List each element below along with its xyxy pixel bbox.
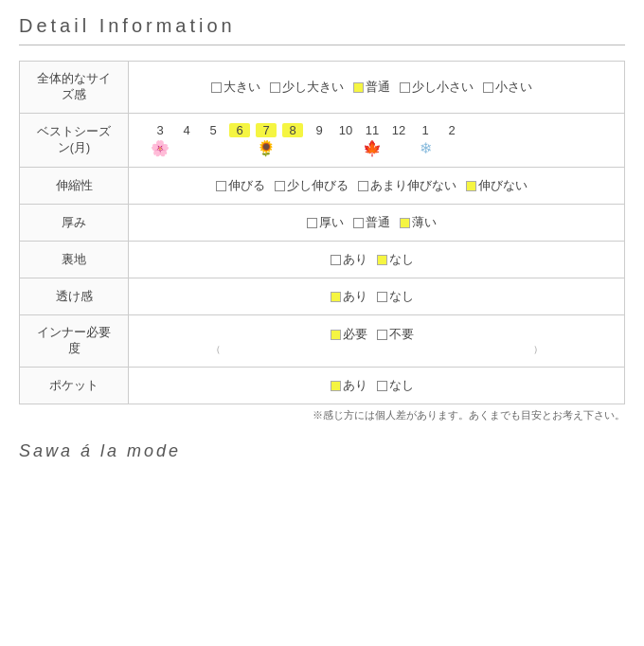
row-value: ありなし: [129, 368, 625, 404]
row-label: 裏地: [20, 242, 129, 278]
checkbox-label: 伸びない: [478, 177, 528, 194]
month-number: 11: [362, 123, 383, 137]
checkbox-indicator: [377, 381, 387, 391]
month-number: 8: [282, 123, 303, 137]
checkbox-indicator: [211, 82, 222, 93]
checkbox-label: 少し伸びる: [287, 177, 349, 194]
checkbox-indicator: [331, 255, 341, 265]
brand-footer: Sawa á la mode: [19, 441, 625, 461]
table-row: 全体的なサイズ感大きい少し大きい普通少し小さい小さい: [20, 62, 625, 114]
month-number: 4: [176, 123, 197, 137]
checkbox-indicator: [466, 181, 476, 191]
checkbox-item: 普通: [353, 79, 390, 96]
inner-note: （ ）: [140, 343, 613, 356]
month-number: 7: [256, 123, 277, 137]
checkbox-label: 厚い: [319, 214, 344, 231]
month-number: 9: [309, 123, 330, 137]
checkbox-item: 伸びる: [216, 177, 265, 194]
row-label: 透け感: [20, 278, 129, 315]
row-value: 大きい少し大きい普通少し小さい小さい: [129, 62, 625, 114]
checkbox-item: なし: [377, 377, 414, 394]
checkbox-label: あり: [343, 288, 367, 305]
season-icons: 🌸 🌻 🍁 ❄: [140, 139, 613, 157]
checkbox-indicator: [275, 181, 285, 191]
checkbox-item: 小さい: [483, 79, 532, 96]
checkbox-item: あり: [331, 377, 367, 394]
row-value: ありなし: [129, 242, 625, 278]
checkbox-item: 少し大きい: [270, 79, 344, 96]
checkbox-item: なし: [377, 288, 414, 305]
month-number: 3: [150, 123, 170, 137]
table-row: 裏地ありなし: [20, 242, 625, 278]
detail-table: 全体的なサイズ感大きい少し大きい普通少し小さい小さいベストシーズン(月)3 4 …: [19, 61, 625, 404]
checkbox-indicator: [400, 218, 410, 228]
checkbox-item: 不要: [377, 326, 414, 343]
season-icon-slot: 🍁: [362, 139, 383, 157]
table-row: インナー必要度必要不要（ ）: [20, 315, 625, 368]
checkbox-indicator: [358, 181, 368, 191]
table-row: ベストシーズン(月)3 4 5 6 7 8 9 10 11 12 1 2🌸 🌻 …: [20, 114, 625, 168]
month-number: 5: [203, 123, 224, 137]
row-value: 伸びる少し伸びるあまり伸びない伸びない: [129, 168, 625, 205]
month-number: 6: [229, 123, 250, 137]
row-label: インナー必要度: [20, 315, 129, 368]
row-label: 厚み: [20, 205, 129, 242]
month-number: 1: [415, 123, 436, 137]
row-label: ポケット: [20, 368, 129, 404]
checkbox-label: 必要: [343, 326, 367, 343]
checkbox-indicator: [377, 292, 387, 302]
checkbox-label: 普通: [366, 214, 390, 231]
checkbox-indicator: [353, 82, 364, 93]
table-row: 厚み厚い普通薄い: [20, 205, 625, 242]
checkbox-indicator: [353, 218, 364, 228]
months-numbers: 3 4 5 6 7 8 9 10 11 12 1 2: [140, 123, 613, 137]
checkbox-indicator: [331, 330, 341, 340]
checkbox-label: なし: [389, 251, 414, 268]
checkbox-item: あまり伸びない: [358, 177, 456, 194]
checkbox-label: なし: [389, 377, 414, 394]
checkbox-label: 小さい: [495, 79, 532, 96]
checkbox-group: 伸びる少し伸びるあまり伸びない伸びない: [140, 177, 613, 194]
checkbox-label: 大きい: [224, 79, 260, 96]
checkbox-indicator: [377, 330, 387, 340]
checkbox-label: あり: [343, 377, 367, 394]
checkbox-item: 薄い: [400, 214, 437, 231]
row-value: 3 4 5 6 7 8 9 10 11 12 1 2🌸 🌻 🍁 ❄: [129, 114, 625, 168]
page-title: Detail Information: [19, 15, 236, 36]
checkbox-item: あり: [331, 288, 367, 305]
row-label: 全体的なサイズ感: [20, 62, 129, 114]
checkbox-item: 伸びない: [466, 177, 528, 194]
checkbox-label: なし: [389, 288, 414, 305]
checkbox-group: 必要不要（ ）: [140, 326, 613, 356]
row-value: 必要不要（ ）: [129, 315, 625, 368]
checkbox-group: ありなし: [140, 377, 613, 394]
checkbox-indicator: [216, 181, 226, 191]
row-value: ありなし: [129, 278, 625, 315]
checkbox-indicator: [483, 82, 493, 93]
checkbox-indicator: [270, 82, 280, 93]
title-section: Detail Information: [19, 15, 625, 45]
checkbox-item: あり: [331, 251, 367, 268]
checkbox-label: 伸びる: [228, 177, 265, 194]
checkbox-item: 厚い: [307, 214, 344, 231]
row-label: 伸縮性: [20, 168, 129, 205]
checkbox-label: 不要: [389, 326, 414, 343]
checkbox-item: なし: [377, 251, 414, 268]
checkbox-group: 大きい少し大きい普通少し小さい小さい: [140, 79, 613, 96]
season-icon-slot: 🌸: [150, 139, 170, 157]
season-icon-slot: ❄: [415, 139, 436, 157]
checkbox-item: 普通: [353, 214, 390, 231]
checkbox-label: あまり伸びない: [370, 177, 456, 194]
checkbox-item: 必要: [331, 326, 367, 343]
checkbox-label: あり: [343, 251, 367, 268]
checkbox-indicator: [331, 292, 341, 302]
table-row: ポケットありなし: [20, 368, 625, 404]
checkbox-indicator: [377, 255, 387, 265]
row-label: ベストシーズン(月): [20, 114, 129, 168]
month-number: 12: [388, 123, 409, 137]
checkbox-item: 少し小さい: [400, 79, 474, 96]
season-icon-slot: 🌻: [256, 139, 277, 157]
checkbox-label: 少し小さい: [412, 79, 474, 96]
checkbox-indicator: [331, 381, 341, 391]
checkbox-group: ありなし: [140, 251, 613, 268]
